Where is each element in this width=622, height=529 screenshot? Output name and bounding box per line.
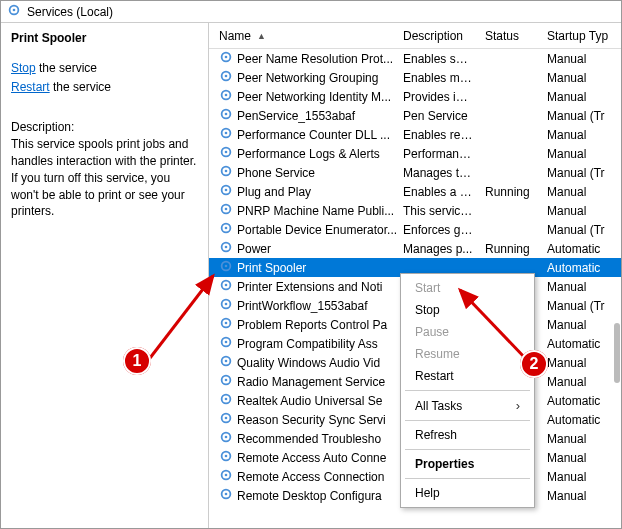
service-row[interactable]: Peer Networking GroupingEnables mul...Ma… xyxy=(209,68,621,87)
cell-description: This service ... xyxy=(397,204,479,218)
svg-point-19 xyxy=(225,208,228,211)
svg-point-45 xyxy=(225,455,228,458)
service-name-text: Remote Access Auto Conne xyxy=(237,451,386,465)
gear-icon xyxy=(219,316,233,333)
service-name-text: Program Compatibility Ass xyxy=(237,337,378,351)
column-description[interactable]: Description xyxy=(397,25,479,47)
menu-stop[interactable]: Stop xyxy=(401,299,534,321)
cell-name: Radio Management Service xyxy=(213,373,397,390)
menu-properties[interactable]: Properties xyxy=(401,453,534,475)
gear-icon xyxy=(219,335,233,352)
svg-point-17 xyxy=(225,189,228,192)
cell-description: Enables serv... xyxy=(397,52,479,66)
gear-icon xyxy=(219,88,233,105)
service-name-text: PenService_1553abaf xyxy=(237,109,355,123)
details-pane: Print Spooler Stop the service Restart t… xyxy=(1,23,209,528)
cell-startup: Manual xyxy=(541,375,621,389)
service-row[interactable]: Plug and PlayEnables a c...RunningManual xyxy=(209,182,621,201)
gear-icon xyxy=(219,164,233,181)
service-row[interactable]: Performance Logs & AlertsPerformanc...Ma… xyxy=(209,144,621,163)
column-startup-type[interactable]: Startup Typ xyxy=(541,25,621,47)
scrollbar-thumb[interactable] xyxy=(614,323,620,383)
service-row[interactable]: Phone ServiceManages th...Manual (Tr xyxy=(209,163,621,182)
cell-name: PenService_1553abaf xyxy=(213,107,397,124)
service-row[interactable]: PNRP Machine Name Publi...This service .… xyxy=(209,201,621,220)
cell-name: Peer Networking Identity M... xyxy=(213,88,397,105)
service-row[interactable]: Performance Counter DLL ...Enables rem..… xyxy=(209,125,621,144)
service-name-text: PrintWorkflow_1553abaf xyxy=(237,299,368,313)
stop-service-link[interactable]: Stop xyxy=(11,61,36,75)
cell-startup: Manual (Tr xyxy=(541,299,621,313)
gear-icon xyxy=(219,145,233,162)
menu-refresh[interactable]: Refresh xyxy=(401,424,534,446)
service-row[interactable]: Peer Name Resolution Prot...Enables serv… xyxy=(209,49,621,68)
cell-name: Reason Security Sync Servi xyxy=(213,411,397,428)
svg-point-39 xyxy=(225,398,228,401)
cell-startup: Manual (Tr xyxy=(541,166,621,180)
cell-name: Phone Service xyxy=(213,164,397,181)
service-actions: Stop the service Restart the service xyxy=(11,59,198,96)
menu-start: Start xyxy=(401,277,534,299)
service-row[interactable]: Peer Networking Identity M...Provides id… xyxy=(209,87,621,106)
gear-icon xyxy=(219,354,233,371)
gear-icon xyxy=(219,259,233,276)
gear-icon xyxy=(219,240,233,257)
service-row[interactable]: PowerManages p...RunningAutomatic xyxy=(209,239,621,258)
service-name-text: Radio Management Service xyxy=(237,375,385,389)
svg-point-25 xyxy=(225,265,228,268)
services-icon xyxy=(7,3,21,20)
svg-point-29 xyxy=(225,303,228,306)
service-name-text: Recommended Troublesho xyxy=(237,432,381,446)
titlebar: Services (Local) xyxy=(1,1,621,23)
restart-service-link[interactable]: Restart xyxy=(11,80,50,94)
service-row[interactable]: PenService_1553abafPen ServiceManual (Tr xyxy=(209,106,621,125)
service-name-text: Peer Networking Identity M... xyxy=(237,90,391,104)
gear-icon xyxy=(219,107,233,124)
svg-point-9 xyxy=(225,113,228,116)
menu-restart[interactable]: Restart xyxy=(401,365,534,387)
service-row[interactable]: Portable Device Enumerator...Enforces gr… xyxy=(209,220,621,239)
menu-all-tasks[interactable]: All Tasks xyxy=(401,394,534,417)
service-name-text: Plug and Play xyxy=(237,185,311,199)
svg-point-15 xyxy=(225,170,228,173)
cell-description: Performanc... xyxy=(397,147,479,161)
gear-icon xyxy=(219,183,233,200)
svg-point-5 xyxy=(225,75,228,78)
stop-suffix: the service xyxy=(36,61,97,75)
cell-startup: Manual xyxy=(541,451,621,465)
service-name-text: Peer Name Resolution Prot... xyxy=(237,52,393,66)
column-status[interactable]: Status xyxy=(479,25,541,47)
cell-name: Power xyxy=(213,240,397,257)
cell-name: Portable Device Enumerator... xyxy=(213,221,397,238)
annotation-badge-1: 1 xyxy=(123,347,151,375)
column-name-label: Name xyxy=(219,29,251,43)
svg-point-13 xyxy=(225,151,228,154)
cell-startup: Manual xyxy=(541,470,621,484)
cell-name: Remote Desktop Configura xyxy=(213,487,397,504)
cell-startup: Manual xyxy=(541,432,621,446)
svg-point-7 xyxy=(225,94,228,97)
cell-description: Enables rem... xyxy=(397,128,479,142)
service-name-text: Phone Service xyxy=(237,166,315,180)
service-name-text: Power xyxy=(237,242,271,256)
cell-name: Performance Logs & Alerts xyxy=(213,145,397,162)
cell-startup: Automatic xyxy=(541,242,621,256)
gear-icon xyxy=(219,430,233,447)
gear-icon xyxy=(219,392,233,409)
cell-description: Enables mul... xyxy=(397,71,479,85)
cell-description: Enforces gr... xyxy=(397,223,479,237)
service-name-text: Remote Access Connection xyxy=(237,470,384,484)
svg-point-1 xyxy=(13,9,16,12)
svg-point-43 xyxy=(225,436,228,439)
cell-name: Problem Reports Control Pa xyxy=(213,316,397,333)
service-name-text: Realtek Audio Universal Se xyxy=(237,394,382,408)
gear-icon xyxy=(219,487,233,504)
menu-help[interactable]: Help xyxy=(401,482,534,504)
cell-name: Peer Name Resolution Prot... xyxy=(213,50,397,67)
gear-icon xyxy=(219,373,233,390)
svg-point-27 xyxy=(225,284,228,287)
cell-name: PrintWorkflow_1553abaf xyxy=(213,297,397,314)
column-name[interactable]: Name ▲ xyxy=(213,25,397,47)
svg-point-33 xyxy=(225,341,228,344)
service-name-text: Print Spooler xyxy=(237,261,306,275)
